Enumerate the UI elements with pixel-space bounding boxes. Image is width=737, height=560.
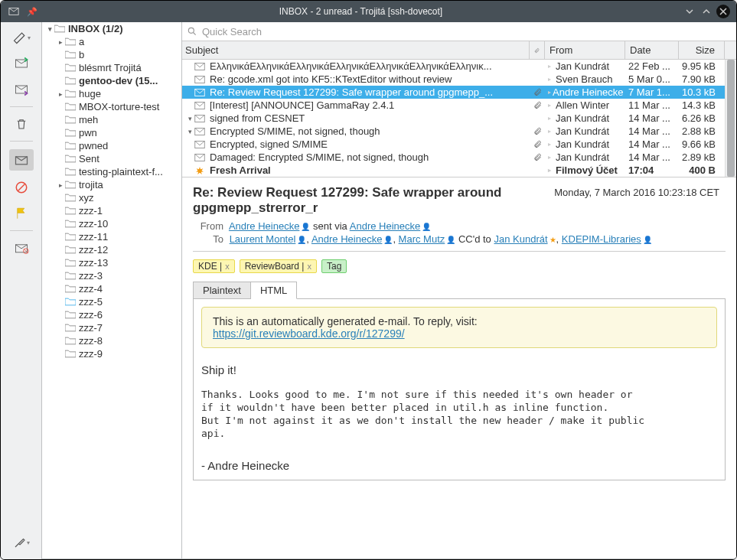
folder-item[interactable]: testing-plaintext-f... bbox=[42, 165, 181, 178]
message-row[interactable]: Re: Review Request 127299: Safe wrapper … bbox=[182, 86, 725, 99]
scrollbar-vertical[interactable] bbox=[725, 60, 736, 177]
col-from[interactable]: From bbox=[545, 41, 625, 59]
mark-read-icon[interactable] bbox=[9, 149, 34, 171]
app-menu-icon[interactable] bbox=[7, 5, 21, 18]
chevron-down-icon[interactable]: ▾ bbox=[185, 115, 194, 122]
chevron-down-icon[interactable]: ▾ bbox=[185, 128, 194, 135]
folder-item[interactable]: zzz-5 bbox=[42, 295, 181, 308]
folder-item[interactable]: zzz-4 bbox=[42, 282, 181, 295]
contact-icon: 👤 bbox=[301, 223, 310, 231]
folder-tree[interactable]: ▾INBOX (1/2)▸abblésmrt Trojitágentoo-dev… bbox=[42, 22, 182, 558]
search-bar[interactable]: Quick Search bbox=[182, 22, 736, 41]
folder-item[interactable]: pwn bbox=[42, 126, 181, 139]
folder-item[interactable]: b bbox=[42, 48, 181, 61]
msg-subject: signed from CESNET bbox=[210, 112, 305, 124]
tab-html[interactable]: HTML bbox=[251, 282, 297, 299]
flag-icon[interactable] bbox=[12, 204, 31, 223]
contact-icon: 👤 bbox=[446, 236, 455, 244]
folder-item[interactable]: ▸trojita bbox=[42, 178, 181, 191]
tab-plaintext[interactable]: Plaintext bbox=[193, 282, 251, 299]
folder-item[interactable]: Sent bbox=[42, 152, 181, 165]
col-attach[interactable] bbox=[530, 41, 545, 59]
signature: - Andre Heinecke bbox=[201, 459, 717, 472]
msg-size: 10.3 kB bbox=[679, 86, 725, 98]
message-row[interactable]: Fresh Arrival▸Filmový Účet17:04400 B bbox=[182, 164, 725, 177]
folder-item[interactable]: zzz-13 bbox=[42, 256, 181, 269]
col-date[interactable]: Date bbox=[625, 41, 679, 59]
minimize-button[interactable] bbox=[683, 5, 696, 18]
cc-link[interactable]: KDEPIM-Libraries bbox=[562, 233, 641, 245]
folder-label: meh bbox=[79, 114, 98, 125]
chevron-right-icon[interactable]: ▸ bbox=[56, 90, 65, 99]
message-row[interactable]: Encrypted, signed S/MIME▸Jan Kundrát14 M… bbox=[182, 138, 725, 151]
folder-item[interactable]: zzz-9 bbox=[42, 347, 181, 360]
contact-icon: 👤 bbox=[422, 223, 431, 231]
chevron-down-icon[interactable]: ▾ bbox=[45, 24, 54, 34]
settings-icon[interactable]: ▾ bbox=[12, 533, 31, 552]
from-link[interactable]: Andre Heinecke bbox=[229, 220, 300, 232]
folder-item[interactable]: ▸a bbox=[42, 35, 181, 48]
folder-label: zzz-6 bbox=[79, 309, 103, 321]
msg-subject: Re: gcode.xml got into KF5::KTextEditor … bbox=[210, 73, 452, 85]
msg-size: 2.88 kB bbox=[679, 125, 725, 137]
message-row[interactable]: Damaged: Encrypted S/MIME, not signed, t… bbox=[182, 151, 725, 164]
pin-icon[interactable]: 📌 bbox=[25, 5, 39, 18]
col-subject[interactable]: Subject bbox=[182, 41, 530, 59]
msg-subject: ΕλληνικάΕλληνικάΕλληνικάΕλληνικάΕλληνικά… bbox=[210, 60, 492, 72]
folder-item[interactable]: zzz-7 bbox=[42, 321, 181, 334]
folder-item[interactable]: zzz-1 bbox=[42, 204, 181, 217]
tag-remove[interactable]: x bbox=[307, 262, 311, 271]
sentvia-link[interactable]: Andre Heinecke bbox=[350, 220, 421, 232]
folder-label: pwned bbox=[79, 140, 108, 151]
compose-icon[interactable]: ▾ bbox=[12, 28, 31, 47]
to-link[interactable]: Marc Mutz bbox=[399, 233, 445, 245]
star-icon: ★ bbox=[549, 236, 556, 244]
folder-label: gentoo-dev (15... bbox=[79, 75, 158, 86]
msg-from: Filmový Účet bbox=[556, 164, 618, 176]
close-button[interactable] bbox=[716, 5, 730, 18]
svg-point-7 bbox=[188, 28, 194, 33]
tag[interactable]: KDE |x bbox=[193, 259, 235, 273]
folder-item[interactable]: zzz-6 bbox=[42, 308, 181, 321]
folder-item[interactable]: zzz-8 bbox=[42, 334, 181, 347]
folder-item[interactable]: zzz-3 bbox=[42, 269, 181, 282]
cc-link[interactable]: Jan Kundrát bbox=[494, 233, 547, 245]
tag[interactable]: ReviewBoard |x bbox=[240, 259, 317, 273]
folder-item[interactable]: zzz-12 bbox=[42, 243, 181, 256]
col-size[interactable]: Size bbox=[679, 41, 725, 59]
msg-date: 7 Mar 1... bbox=[625, 86, 679, 98]
chevron-right-icon[interactable]: ▸ bbox=[56, 181, 65, 190]
junk-icon[interactable] bbox=[12, 239, 31, 257]
tag-remove[interactable]: x bbox=[225, 262, 230, 271]
folder-item[interactable]: zzz-10 bbox=[42, 217, 181, 230]
folder-item[interactable]: gentoo-dev (15... bbox=[42, 74, 181, 87]
msg-from: Jan Kundrát bbox=[556, 151, 609, 163]
folder-item[interactable]: xyz bbox=[42, 191, 181, 204]
to-link[interactable]: Andre Heinecke bbox=[311, 233, 383, 245]
delete-icon[interactable] bbox=[12, 115, 31, 133]
folder-item[interactable]: pwned bbox=[42, 139, 181, 152]
folder-item[interactable]: ▸huge bbox=[42, 87, 181, 100]
message-row[interactable]: Re: gcode.xml got into KF5::KTextEditor … bbox=[182, 73, 725, 86]
reply-icon[interactable] bbox=[12, 54, 31, 73]
message-row[interactable]: ▾signed from CESNET▸Jan Kundrát14 Mar ..… bbox=[182, 112, 725, 125]
forward-icon[interactable] bbox=[12, 80, 31, 99]
autogen-link[interactable]: https://git.reviewboard.kde.org/r/127299… bbox=[213, 327, 405, 340]
spam-icon[interactable] bbox=[12, 178, 31, 197]
message-row[interactable]: [Interest] [ANNOUNCE] GammaRay 2.4.1▸All… bbox=[182, 99, 725, 112]
folder-item[interactable]: blésmrt Trojitá bbox=[42, 61, 181, 74]
folder-item[interactable]: meh bbox=[42, 113, 181, 126]
folder-item[interactable]: zzz-11 bbox=[42, 230, 181, 243]
folder-label: a bbox=[79, 36, 84, 47]
maximize-button[interactable] bbox=[699, 5, 713, 18]
search-icon bbox=[187, 26, 197, 37]
folder-item[interactable]: ▾INBOX (1/2) bbox=[42, 22, 181, 35]
message-row[interactable]: ΕλληνικάΕλληνικάΕλληνικάΕλληνικάΕλληνικά… bbox=[182, 60, 725, 73]
tag[interactable]: Tag bbox=[321, 259, 347, 273]
to-link[interactable]: Laurent Montel bbox=[230, 233, 296, 245]
msg-attach bbox=[530, 88, 545, 96]
folder-label: zzz-10 bbox=[79, 218, 108, 230]
folder-item[interactable]: MBOX-torture-test bbox=[42, 100, 181, 113]
message-row[interactable]: ▾Encrypted S/MIME, not signed, though▸Ja… bbox=[182, 125, 725, 138]
chevron-right-icon[interactable]: ▸ bbox=[56, 37, 65, 47]
